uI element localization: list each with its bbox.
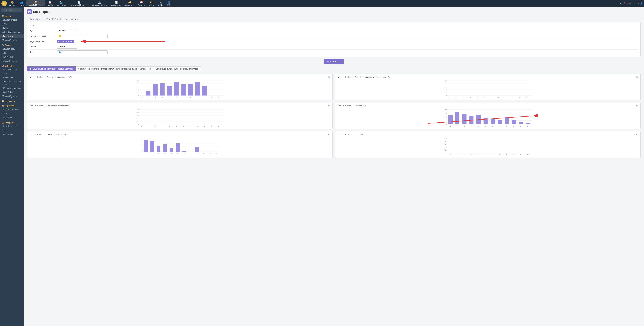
chart-tab-quantities[interactable]: 📊 Statistiques de quantités de produits/… (27, 66, 76, 72)
tab-graphique[interactable]: Graphique (27, 17, 44, 22)
svg-rect-104 (512, 120, 516, 124)
svg-rect-98 (470, 116, 474, 124)
sidebar-item-produits-liste[interactable]: Liste (0, 22, 24, 26)
svg-text:1,0: 1,0 (444, 137, 446, 139)
chart-refresh-factures-fournisseur[interactable]: ↻ (328, 133, 330, 136)
svg-text:0,4: 0,4 (444, 89, 446, 91)
svg-text:J: J (492, 125, 493, 127)
chart-tab-entities[interactable]: Statistiques du nombre d'entités référen… (76, 66, 153, 72)
sidebar-item-nouvel-entrepot[interactable]: Nouvel entrepôt (0, 68, 24, 72)
main-content: 📊 Statistiques Graphique Produits / serv… (24, 7, 644, 326)
svg-text:0,2: 0,2 (136, 121, 139, 122)
svg-rect-19 (181, 85, 186, 96)
sidebar-item-tags-entrepots[interactable]: Tags/catégories (0, 94, 24, 98)
sidebar-item-reappro[interactable]: Réapprovisionnement (0, 86, 24, 90)
svg-text:F: F (457, 125, 458, 127)
produit-service-select[interactable]: 🟡 ▾ (57, 34, 108, 38)
svg-text:A: A (164, 152, 166, 154)
type-select[interactable]: Produit ▾ (57, 29, 77, 33)
sidebar-item-transfert[interactable]: Transfert de stock en ma... (0, 80, 24, 86)
tiers-select[interactable]: 🔷 ▾ (57, 50, 108, 54)
svg-text:0: 0 (138, 124, 139, 125)
sidebar-item-statistiques-services[interactable]: Statistiques (0, 55, 24, 59)
nav-agenda[interactable]: 📅 Agenda (136, 0, 146, 7)
svg-text:D: D (218, 97, 219, 98)
nav-documents[interactable]: 📁 Documents (123, 0, 136, 7)
svg-rect-18 (174, 82, 179, 96)
search-input[interactable] (1, 8, 22, 12)
chart-refresh-commandes[interactable]: ↻ (328, 104, 330, 107)
help-icon[interactable]: ❓ (623, 2, 626, 5)
filter-value-tags: 🏷 FraisPostaux (57, 40, 638, 43)
svg-text:M: M (477, 97, 478, 98)
sidebar-item-attributs[interactable]: Attributs de variante (0, 30, 24, 34)
sidebar-item-statistiques-expeditions[interactable]: Statistiques (0, 116, 24, 120)
tab-popularite[interactable]: Produits / services par popularité (44, 17, 82, 22)
svg-text:M: M (158, 152, 159, 154)
user-avatar[interactable]: 👤 (640, 2, 643, 5)
nav-banques[interactable]: 🏦 Banques | Caisses (90, 0, 109, 7)
svg-text:A: A (499, 125, 500, 127)
annee-select[interactable]: 2024 ▾ (57, 45, 77, 49)
chart-refresh-fournisseurs[interactable]: ↻ (636, 76, 638, 78)
app-logo[interactable]: O (1, 1, 7, 6)
sidebar-item-services-liste[interactable]: Liste (0, 51, 24, 55)
sidebar-item-nouvelle-expedition[interactable]: Nouvelle expédition (0, 108, 24, 112)
svg-text:0,6: 0,6 (444, 86, 446, 88)
svg-text:A: A (471, 154, 472, 156)
refresh-button[interactable]: RAFRAICHIR (324, 59, 344, 64)
print-icon[interactable]: 🖨 (620, 2, 622, 5)
page-title: Statistiques (33, 10, 50, 14)
chart-title-propositions: Nombre d'unités sur Propositions commerc… (30, 76, 330, 78)
topnav-right: 🖨 ❓ 18.0.5 ☆ ⚙ 👤 (620, 2, 643, 5)
svg-text:0,6: 0,6 (444, 143, 446, 145)
sidebar-item-mouvements[interactable]: Mouvements (0, 76, 24, 80)
sidebar-item-tags-services[interactable]: Tags/catégories (0, 59, 24, 63)
svg-text:J: J (450, 154, 451, 156)
svg-text:F: F (457, 154, 458, 156)
nav-tiers[interactable]: 👥 Tiers (18, 0, 26, 7)
svg-text:20: 20 (445, 109, 446, 110)
star-icon[interactable]: ☆ (634, 2, 636, 5)
nav-projets[interactable]: 📋 Projets (46, 0, 54, 7)
nav-comptabilite[interactable]: 📊 Comptabilité (109, 0, 123, 7)
sidebar-item-statistiques-produits[interactable]: Statistiques (0, 34, 24, 38)
sidebar-item-tags-produits[interactable]: Tags/catégories (0, 38, 24, 42)
nav-outils[interactable]: 🔧 Outils (156, 0, 164, 7)
sidebar-item-nouveau-service[interactable]: Nouveau service (0, 47, 24, 51)
svg-text:J: J (183, 125, 184, 127)
nav-tickets[interactable]: 🎫 Tickets (146, 0, 156, 7)
chart-refresh-contrats[interactable]: ↻ (636, 133, 638, 136)
svg-rect-97 (462, 114, 466, 124)
commerce-icon: 🏪 (60, 1, 63, 4)
nav-facturation[interactable]: 📄 Facturation | Paiement (68, 0, 90, 7)
svg-text:0: 0 (446, 124, 446, 125)
chart-refresh-factures[interactable]: ↻ (636, 104, 638, 107)
nav-produits[interactable]: 📦 Produits | Services (26, 0, 45, 7)
outils-icon: 🔧 (159, 1, 162, 4)
sidebar-item-nouveau-produit[interactable]: Nouveau produit (0, 18, 24, 22)
nav-pdv[interactable]: 👤 PdV (165, 0, 173, 7)
svg-rect-131 (144, 140, 148, 152)
svg-text:0,2: 0,2 (136, 92, 139, 94)
nav-accueil[interactable]: 🏠 Accueil (8, 0, 17, 7)
sidebar-item-stock-date[interactable]: Stock à date (0, 90, 24, 94)
svg-rect-132 (150, 141, 154, 152)
version-label: 18.0.5 (627, 2, 632, 5)
sidebar-item-statistiques-receptions[interactable]: Statistiques (0, 132, 24, 136)
sidebar-item-entrepots-liste[interactable]: Liste (0, 72, 24, 76)
nav-commerce[interactable]: 🏪 Commerce (55, 0, 67, 7)
chart-svg-fournisseurs: 1,0 0,8 0,6 0,4 0,2 0 J F (338, 80, 638, 98)
tags-value[interactable]: 🏷 FraisPostaux (57, 40, 74, 43)
sidebar-item-expeditions-liste[interactable]: Liste (0, 112, 24, 116)
svg-text:O: O (204, 97, 205, 98)
settings-icon[interactable]: ⚙ (637, 2, 639, 5)
chart-refresh-propositions[interactable]: ↻ (328, 76, 330, 78)
svg-text:M: M (478, 125, 479, 127)
chart-tab-quantity2[interactable]: Statistiques sur la quantité de produits… (153, 66, 201, 72)
sidebar-item-stocks[interactable]: Stocks (0, 26, 24, 30)
svg-text:J: J (449, 97, 450, 98)
sidebar-item-nouvelle-reception[interactable]: Nouvelle réception (0, 124, 24, 128)
chevron-down-icon-2: ▾ (62, 35, 63, 37)
sidebar-item-receptions-liste[interactable]: Liste (0, 128, 24, 132)
